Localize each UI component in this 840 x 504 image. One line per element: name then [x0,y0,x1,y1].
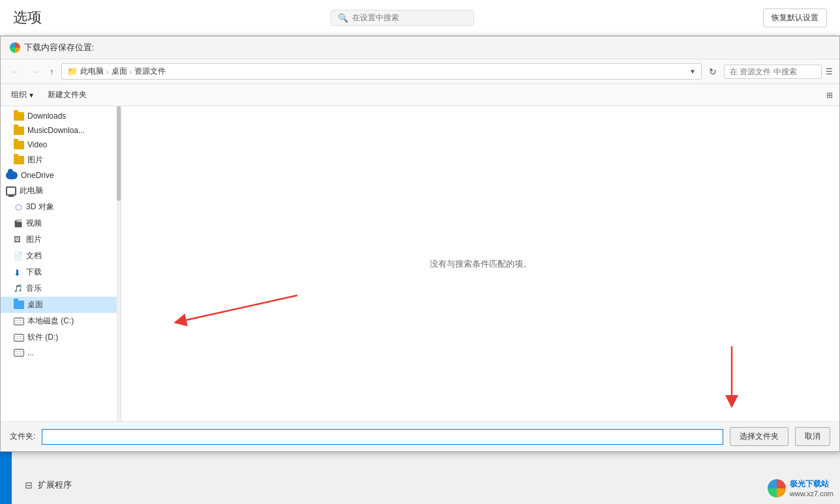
tree-item-thispc-label: 此电脑 [20,185,43,196]
tree-item-video-label: Video [27,140,47,149]
tree-item-music[interactable]: 🎵 音乐 [1,280,121,297]
restore-defaults-button[interactable]: 恢复默认设置 [763,8,827,27]
more-drive-icon [14,349,24,357]
new-folder-button[interactable]: 新建文件夹 [44,87,91,102]
tree-item-downloads2-label: 下载 [26,267,42,278]
tree-item-musicdownload[interactable]: MusicDownloa... [1,123,121,138]
address-sep-1: › [106,68,109,76]
page-layout: 下载内容保存位置: ← → ↑ 📁 此电脑 › 桌面 › 资源文件 ▼ ↻ ☰ [0,36,840,504]
dialog-body: Downloads MusicDownloa... Video 图片 [1,106,839,421]
tree-item-images[interactable]: 🖼 图片 [1,231,121,248]
c-drive-icon [14,318,24,325]
page-bottom: ⊟ 扩展程序 [25,479,72,491]
folder-icon-downloads [14,112,24,121]
tree-item-thispc[interactable]: 此电脑 [1,183,121,199]
tree-item-desktop-label: 桌面 [27,299,43,310]
address-segment-1: 此电脑 [80,66,104,77]
watermark-logo [768,479,786,497]
back-button[interactable]: ← [7,65,23,78]
file-tree-panel: Downloads MusicDownloa... Video 图片 [1,106,121,421]
file-search-input[interactable] [724,65,822,79]
tree-item-desktop[interactable]: 桌面 [1,297,121,313]
cancel-button[interactable]: 取消 [795,427,830,446]
address-bar[interactable]: 📁 此电脑 › 桌面 › 资源文件 ▼ [61,63,702,80]
dialog-actions-bar: 组织 ▾ 新建文件夹 ⊞ [1,84,839,106]
tree-item-pictures[interactable]: 图片 [1,152,121,168]
file-area-panel: 没有与搜索条件匹配的项。 [121,106,839,421]
folder-icon-pictures [14,156,24,164]
address-dropdown-button[interactable]: ▼ [689,68,696,75]
top-bar: 选项 🔍 恢复默认设置 [0,0,840,36]
tree-item-more-label: ... [27,348,34,357]
folder-icon-desktop [14,301,24,309]
empty-message: 没有与搜索条件匹配的项。 [430,258,532,270]
tree-item-c-drive[interactable]: 本地磁盘 (C:) [1,313,121,329]
tree-item-docs[interactable]: 📄 文档 [1,248,121,264]
tree-item-downloads[interactable]: Downloads [1,109,121,123]
tree-item-d-drive-label: 软件 (D:) [27,332,58,343]
tree-item-musicdownload-label: MusicDownloa... [27,126,85,135]
search-input[interactable] [352,13,463,22]
up-button[interactable]: ↑ [46,65,57,78]
watermark: 极光下载站 www.xz7.com [768,479,833,497]
tree-item-music-label: 音乐 [26,283,42,294]
arrow-2 [722,343,742,408]
tree-item-video2[interactable]: 🎬 视频 [1,215,121,231]
tree-item-3d-label: 3D 对象 [26,201,54,213]
tree-item-video2-label: 视频 [26,218,42,229]
image-icon: 🖼 [14,235,23,245]
search-box[interactable]: 🔍 [331,10,474,26]
file-dialog: 下载内容保存位置: ← → ↑ 📁 此电脑 › 桌面 › 资源文件 ▼ ↻ ☰ [0,36,840,452]
address-segment-3: 资源文件 [134,66,166,77]
address-segment-2: 桌面 [112,66,127,77]
tree-item-downloads2[interactable]: ⬇ 下载 [1,264,121,280]
view-toggle-button[interactable]: ☰ [826,67,833,76]
d-drive-icon [14,334,24,342]
watermark-text: 极光下载站 www.xz7.com [790,479,833,497]
organize-label: 组织 [11,89,27,100]
select-folder-button[interactable]: 选择文件夹 [730,427,788,446]
folder-icon-address: 📁 [67,67,78,76]
page-title: 选项 [13,8,42,27]
doc-icon: 📄 [14,252,23,261]
watermark-brand: 极光下载站 [790,479,833,490]
extensions-icon: ⊟ [25,480,33,490]
folder-label: 文件夹: [10,431,35,442]
dialog-bottom-bar: 文件夹: 选择文件夹 取消 [1,421,839,451]
svg-line-0 [180,295,297,321]
folder-icon-music-dl [14,126,24,135]
new-folder-label: 新建文件夹 [48,89,87,100]
tree-item-pictures-label: 图片 [27,155,43,166]
tree-item-onedrive[interactable]: OneDrive [1,168,121,183]
dialog-title-text: 下载内容保存位置: [24,42,95,53]
view-mode-button[interactable]: ⊞ [826,91,833,100]
music-icon: 🎵 [14,284,23,293]
dialog-title-bar: 下载内容保存位置: [1,37,839,59]
download-icon: ⬇ [14,268,23,277]
tree-item-more[interactable]: ... [1,346,121,360]
tree-item-d-drive[interactable]: 软件 (D:) [1,329,121,346]
tree-item-3d[interactable]: ⬡ 3D 对象 [1,199,121,215]
organize-button[interactable]: 组织 ▾ [7,87,37,102]
tree-item-downloads-label: Downloads [27,111,66,121]
folder-input[interactable] [42,429,723,445]
address-sep-2: › [130,68,132,76]
pc-icon [6,186,16,196]
watermark-url: www.xz7.com [790,490,833,497]
tree-item-docs-label: 文档 [26,250,42,261]
video-icon: 🎬 [14,219,23,228]
arrow-1 [173,289,304,328]
dialog-toolbar: ← → ↑ 📁 此电脑 › 桌面 › 资源文件 ▼ ↻ ☰ [1,59,839,84]
extensions-label: 扩展程序 [38,479,72,491]
main-content: 下载内容保存位置: ← → ↑ 📁 此电脑 › 桌面 › 资源文件 ▼ ↻ ☰ [12,36,840,504]
cloud-icon [6,171,18,179]
search-icon: 🔍 [338,13,348,23]
forward-button[interactable]: → [27,65,42,78]
tree-item-onedrive-label: OneDrive [21,171,54,180]
refresh-button[interactable]: ↻ [706,65,720,78]
scrollbar-thumb[interactable] [117,106,121,201]
tree-item-video[interactable]: Video [1,138,121,152]
3d-icon: ⬡ [14,203,23,212]
organize-arrow: ▾ [29,91,33,100]
tree-item-c-drive-label: 本地磁盘 (C:) [27,316,74,327]
